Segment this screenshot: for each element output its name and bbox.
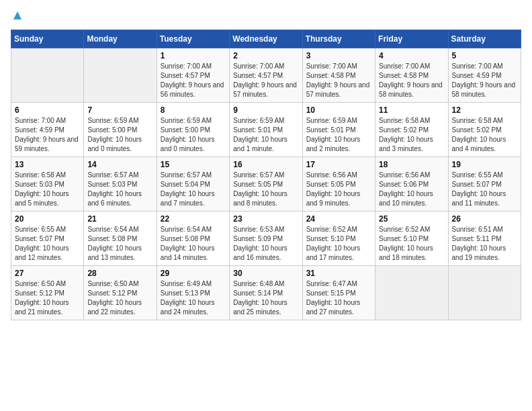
column-header-tuesday: Tuesday xyxy=(157,30,229,48)
calendar-cell: 13 Sunrise: 6:58 AM Sunset: 5:03 PM Dayl… xyxy=(11,157,84,212)
calendar-week-row: 1 Sunrise: 7:00 AM Sunset: 4:57 PM Dayli… xyxy=(11,48,521,103)
day-info: Sunrise: 6:54 AM Sunset: 5:08 PM Dayligh… xyxy=(161,226,215,261)
day-number: 12 xyxy=(452,105,517,115)
day-info: Sunrise: 6:57 AM Sunset: 5:05 PM Dayligh… xyxy=(233,171,287,207)
logo-triangle-icon xyxy=(13,11,22,23)
column-header-saturday: Saturday xyxy=(448,30,521,48)
calendar-cell: 1 Sunrise: 7:00 AM Sunset: 4:57 PM Dayli… xyxy=(157,48,229,103)
day-number: 7 xyxy=(87,105,152,115)
calendar-cell: 6 Sunrise: 7:00 AM Sunset: 4:59 PM Dayli… xyxy=(11,103,84,157)
day-info: Sunrise: 6:55 AM Sunset: 5:07 PM Dayligh… xyxy=(452,171,506,207)
day-info: Sunrise: 7:00 AM Sunset: 4:58 PM Dayligh… xyxy=(306,62,370,98)
day-info: Sunrise: 6:56 AM Sunset: 5:05 PM Dayligh… xyxy=(306,171,361,207)
day-number: 19 xyxy=(452,160,517,169)
calendar-cell: 9 Sunrise: 6:59 AM Sunset: 5:01 PM Dayli… xyxy=(230,103,302,157)
day-info: Sunrise: 7:00 AM Sunset: 4:59 PM Dayligh… xyxy=(452,62,516,98)
day-number: 21 xyxy=(87,214,152,224)
column-header-sunday: Sunday xyxy=(11,30,84,48)
day-number: 15 xyxy=(161,160,226,169)
calendar-table: SundayMondayTuesdayWednesdayThursdayFrid… xyxy=(11,30,521,320)
day-number: 13 xyxy=(15,160,80,169)
calendar-week-row: 6 Sunrise: 7:00 AM Sunset: 4:59 PM Dayli… xyxy=(11,103,521,157)
day-number: 23 xyxy=(233,214,298,224)
calendar-cell: 2 Sunrise: 7:00 AM Sunset: 4:57 PM Dayli… xyxy=(230,48,302,103)
column-header-monday: Monday xyxy=(84,30,157,48)
day-number: 2 xyxy=(233,51,298,60)
day-info: Sunrise: 6:58 AM Sunset: 5:02 PM Dayligh… xyxy=(452,117,506,152)
day-number: 31 xyxy=(306,269,371,278)
calendar-cell xyxy=(84,48,157,103)
day-number: 17 xyxy=(306,160,371,169)
day-number: 11 xyxy=(379,105,444,115)
calendar-cell xyxy=(375,266,448,320)
day-info: Sunrise: 6:52 AM Sunset: 5:10 PM Dayligh… xyxy=(306,226,361,261)
calendar-cell: 27 Sunrise: 6:50 AM Sunset: 5:12 PM Dayl… xyxy=(11,266,84,320)
calendar-cell: 24 Sunrise: 6:52 AM Sunset: 5:10 PM Dayl… xyxy=(302,212,375,266)
day-number: 26 xyxy=(452,214,517,224)
calendar-week-row: 27 Sunrise: 6:50 AM Sunset: 5:12 PM Dayl… xyxy=(11,266,521,320)
day-info: Sunrise: 6:52 AM Sunset: 5:10 PM Dayligh… xyxy=(379,226,433,261)
day-number: 5 xyxy=(452,51,517,60)
calendar-cell: 21 Sunrise: 6:54 AM Sunset: 5:08 PM Dayl… xyxy=(84,212,157,266)
calendar-cell: 25 Sunrise: 6:52 AM Sunset: 5:10 PM Dayl… xyxy=(375,212,448,266)
calendar-cell: 12 Sunrise: 6:58 AM Sunset: 5:02 PM Dayl… xyxy=(448,103,521,157)
day-number: 30 xyxy=(233,269,298,278)
column-header-friday: Friday xyxy=(375,30,448,48)
calendar-cell: 31 Sunrise: 6:47 AM Sunset: 5:15 PM Dayl… xyxy=(302,266,375,320)
day-number: 20 xyxy=(15,214,80,224)
calendar-cell: 19 Sunrise: 6:55 AM Sunset: 5:07 PM Dayl… xyxy=(448,157,521,212)
calendar-cell: 22 Sunrise: 6:54 AM Sunset: 5:08 PM Dayl… xyxy=(157,212,229,266)
day-info: Sunrise: 6:59 AM Sunset: 5:01 PM Dayligh… xyxy=(306,117,361,152)
day-info: Sunrise: 6:51 AM Sunset: 5:11 PM Dayligh… xyxy=(452,226,506,261)
column-header-thursday: Thursday xyxy=(302,30,375,48)
day-info: Sunrise: 6:55 AM Sunset: 5:07 PM Dayligh… xyxy=(15,226,69,261)
day-number: 9 xyxy=(233,105,298,115)
day-info: Sunrise: 6:54 AM Sunset: 5:08 PM Dayligh… xyxy=(87,226,142,261)
day-info: Sunrise: 6:50 AM Sunset: 5:12 PM Dayligh… xyxy=(87,280,142,316)
day-info: Sunrise: 7:00 AM Sunset: 4:57 PM Dayligh… xyxy=(233,62,297,98)
day-number: 28 xyxy=(87,269,152,278)
calendar-cell: 5 Sunrise: 7:00 AM Sunset: 4:59 PM Dayli… xyxy=(448,48,521,103)
day-number: 4 xyxy=(379,51,444,60)
day-info: Sunrise: 7:00 AM Sunset: 4:59 PM Dayligh… xyxy=(15,117,79,152)
day-number: 14 xyxy=(87,160,152,169)
day-number: 29 xyxy=(161,269,226,278)
calendar-cell: 4 Sunrise: 7:00 AM Sunset: 4:58 PM Dayli… xyxy=(375,48,448,103)
calendar-cell: 15 Sunrise: 6:57 AM Sunset: 5:04 PM Dayl… xyxy=(157,157,229,212)
calendar-cell: 7 Sunrise: 6:59 AM Sunset: 5:00 PM Dayli… xyxy=(84,103,157,157)
day-info: Sunrise: 6:59 AM Sunset: 5:00 PM Dayligh… xyxy=(161,117,215,152)
logo xyxy=(11,11,22,23)
day-info: Sunrise: 6:48 AM Sunset: 5:14 PM Dayligh… xyxy=(233,280,287,316)
calendar-cell: 11 Sunrise: 6:58 AM Sunset: 5:02 PM Dayl… xyxy=(375,103,448,157)
calendar-cell: 23 Sunrise: 6:53 AM Sunset: 5:09 PM Dayl… xyxy=(230,212,302,266)
day-number: 8 xyxy=(161,105,226,115)
calendar-cell: 20 Sunrise: 6:55 AM Sunset: 5:07 PM Dayl… xyxy=(11,212,84,266)
calendar-cell: 30 Sunrise: 6:48 AM Sunset: 5:14 PM Dayl… xyxy=(230,266,302,320)
day-info: Sunrise: 6:59 AM Sunset: 5:00 PM Dayligh… xyxy=(87,117,142,152)
day-info: Sunrise: 6:58 AM Sunset: 5:03 PM Dayligh… xyxy=(15,171,69,207)
day-info: Sunrise: 7:00 AM Sunset: 4:58 PM Dayligh… xyxy=(379,62,443,98)
calendar-week-row: 20 Sunrise: 6:55 AM Sunset: 5:07 PM Dayl… xyxy=(11,212,521,266)
day-info: Sunrise: 6:57 AM Sunset: 5:03 PM Dayligh… xyxy=(87,171,142,207)
calendar-cell: 29 Sunrise: 6:49 AM Sunset: 5:13 PM Dayl… xyxy=(157,266,229,320)
day-info: Sunrise: 6:53 AM Sunset: 5:09 PM Dayligh… xyxy=(233,226,287,261)
day-number: 27 xyxy=(15,269,80,278)
day-info: Sunrise: 6:47 AM Sunset: 5:15 PM Dayligh… xyxy=(306,280,361,316)
calendar-week-row: 13 Sunrise: 6:58 AM Sunset: 5:03 PM Dayl… xyxy=(11,157,521,212)
day-number: 22 xyxy=(161,214,226,224)
calendar-header-row: SundayMondayTuesdayWednesdayThursdayFrid… xyxy=(11,30,521,48)
day-info: Sunrise: 6:49 AM Sunset: 5:13 PM Dayligh… xyxy=(161,280,215,316)
calendar-cell: 10 Sunrise: 6:59 AM Sunset: 5:01 PM Dayl… xyxy=(302,103,375,157)
day-info: Sunrise: 6:58 AM Sunset: 5:02 PM Dayligh… xyxy=(379,117,433,152)
day-info: Sunrise: 6:59 AM Sunset: 5:01 PM Dayligh… xyxy=(233,117,287,152)
calendar-cell xyxy=(448,266,521,320)
calendar-cell xyxy=(11,48,84,103)
day-number: 24 xyxy=(306,214,371,224)
calendar-cell: 28 Sunrise: 6:50 AM Sunset: 5:12 PM Dayl… xyxy=(84,266,157,320)
day-number: 16 xyxy=(233,160,298,169)
calendar-cell: 17 Sunrise: 6:56 AM Sunset: 5:05 PM Dayl… xyxy=(302,157,375,212)
calendar-cell: 26 Sunrise: 6:51 AM Sunset: 5:11 PM Dayl… xyxy=(448,212,521,266)
calendar-cell: 3 Sunrise: 7:00 AM Sunset: 4:58 PM Dayli… xyxy=(302,48,375,103)
day-info: Sunrise: 6:57 AM Sunset: 5:04 PM Dayligh… xyxy=(161,171,215,207)
day-number: 3 xyxy=(306,51,371,60)
